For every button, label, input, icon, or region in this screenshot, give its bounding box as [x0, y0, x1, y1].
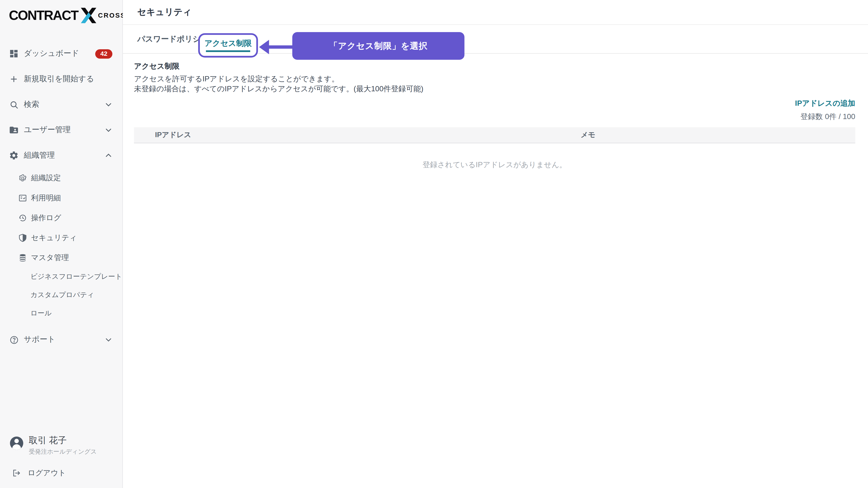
app-logo[interactable]: CONTRACT CROSS: [0, 0, 122, 28]
annotation-label: 「アクセス制限」を選択: [329, 40, 428, 52]
sidebar-item-organization-management[interactable]: 組織管理: [0, 143, 122, 168]
column-header-ip-address: IPアドレス: [134, 130, 581, 140]
chevron-up-icon: [105, 152, 112, 159]
history-icon: [18, 214, 27, 222]
avatar: [10, 436, 23, 450]
add-ip-address-link[interactable]: IPアドレスの追加: [795, 98, 855, 108]
logout-icon: [12, 468, 21, 477]
notification-badge: 42: [95, 49, 112, 59]
description-line-1: アクセスを許可するIPアドレスを設定することができます。: [134, 74, 855, 84]
logout-button[interactable]: ログアウト: [0, 464, 122, 482]
content-area: アクセス制限 アクセスを許可するIPアドレスを設定することができます。 未登録の…: [123, 54, 868, 186]
annotation-highlight-box: アクセス制限: [198, 33, 258, 58]
sidebar-item-new-transaction[interactable]: 新規取引を開始する: [0, 66, 122, 92]
ip-address-table: IPアドレス メモ 登録されているIPアドレスがありません。: [134, 127, 855, 186]
table-empty-state: 登録されているIPアドレスがありません。: [134, 143, 855, 186]
shield-icon: [18, 233, 27, 242]
sidebar-item-business-flow-template[interactable]: ビジネスフローテンプレート: [0, 268, 122, 286]
annotation-callout: 「アクセス制限」を選択: [292, 32, 465, 60]
column-header-memo: メモ: [581, 130, 855, 140]
active-tab-underline: [206, 51, 250, 52]
annotation-arrow-shaft: [269, 45, 293, 49]
empty-state-text: 登録されているIPアドレスがありません。: [423, 160, 567, 169]
sidebar-item-master-management[interactable]: マスタ管理: [0, 248, 122, 268]
user-company: 受発注ホールディングス: [29, 448, 97, 456]
sidebar-item-dashboard[interactable]: ダッシュボード 42: [0, 41, 122, 66]
sidebar-item-role[interactable]: ロール: [0, 304, 122, 323]
tab-password-policy[interactable]: パスワードポリシー: [137, 25, 208, 54]
table-header-row: IPアドレス メモ: [134, 127, 855, 143]
sidebar-item-organization-settings[interactable]: 組織設定: [0, 168, 122, 188]
section-heading: アクセス制限: [134, 61, 855, 71]
tab-access-restriction[interactable]: アクセス制限: [205, 39, 252, 48]
logo-text-cross: CROSS: [98, 11, 126, 19]
app-window: CONTRACT CROSS ダッシュボード 42: [0, 0, 868, 488]
user-name: 取引 花子: [29, 435, 97, 446]
gear-filled-icon: [9, 151, 19, 160]
receipt-check-icon: [18, 194, 27, 202]
sidebar-item-support[interactable]: サポート: [0, 327, 122, 352]
gear-outline-icon: [18, 174, 27, 183]
chevron-down-icon: [105, 101, 112, 108]
main-area: セキュリティ パスワードポリシー アクセス制限 「アクセス制限」を選択 アクセス…: [123, 0, 868, 488]
sidebar-item-operation-log[interactable]: 操作ログ: [0, 208, 122, 228]
search-icon: [9, 100, 19, 109]
plus-icon: [9, 74, 19, 84]
folder-user-icon: [9, 125, 19, 135]
sidebar-item-security[interactable]: セキュリティ: [0, 228, 122, 248]
description-line-2: 未登録の場合は、すべてのIPアドレスからアクセスが可能です。(最大100件登録可…: [134, 84, 855, 94]
page-title: セキュリティ: [137, 6, 192, 18]
sidebar-item-usage-details[interactable]: 利用明細: [0, 188, 122, 208]
logo-text-contract: CONTRACT: [9, 7, 78, 23]
chevron-down-icon: [105, 336, 112, 344]
x-mark-icon: [81, 7, 96, 23]
dashboard-icon: [9, 49, 19, 59]
page-header: セキュリティ: [123, 0, 868, 25]
database-icon: [18, 254, 27, 262]
sidebar-nav: ダッシュボード 42 新規取引を開始する 検索: [0, 41, 122, 352]
registered-count: 登録数 0件 / 100: [800, 112, 855, 122]
tabs-bar: パスワードポリシー アクセス制限 「アクセス制限」を選択: [123, 25, 868, 54]
annotation-arrow-icon: [259, 40, 269, 54]
sidebar-item-search[interactable]: 検索: [0, 92, 122, 118]
chevron-down-icon: [105, 126, 112, 134]
sidebar-item-custom-property[interactable]: カスタムプロパティ: [0, 286, 122, 304]
section-description: アクセスを許可するIPアドレスを設定することができます。 未登録の場合は、すべて…: [134, 74, 855, 94]
sidebar-item-user-management[interactable]: ユーザー管理: [0, 117, 122, 143]
user-profile[interactable]: 取引 花子 受発注ホールディングス: [0, 435, 122, 456]
help-circle-icon: [9, 335, 19, 345]
sidebar: CONTRACT CROSS ダッシュボード 42: [0, 0, 123, 488]
